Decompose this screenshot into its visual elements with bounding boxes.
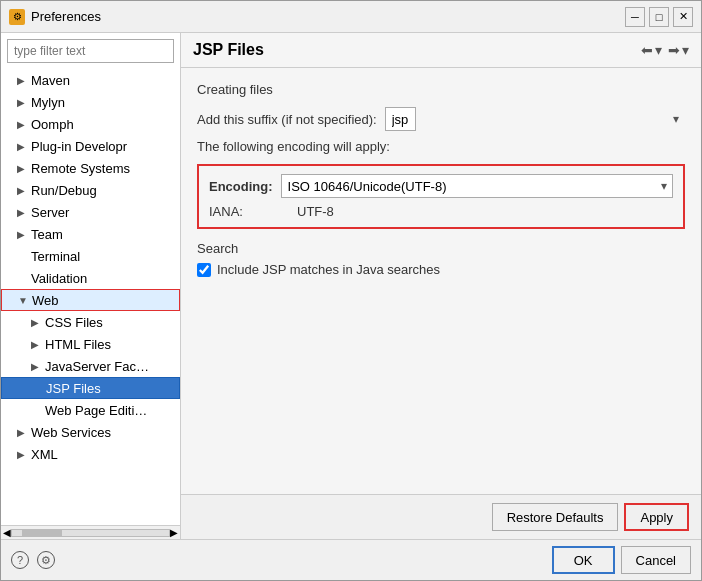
main-content: Creating files Add this suffix (if not s…	[181, 68, 701, 494]
sidebar-item-label: Remote Systems	[31, 161, 130, 176]
iana-value: UTF-8	[297, 204, 334, 219]
encoding-select[interactable]: ISO 10646/Unicode(UTF-8)	[281, 174, 673, 198]
sidebar-item-label: Validation	[31, 271, 87, 286]
window-icon: ⚙	[9, 9, 25, 25]
sidebar-item-xml[interactable]: ▶ XML	[1, 443, 180, 465]
preferences-window: ⚙ Preferences ─ □ ✕ ▶ Maven ▶ Mylyn	[0, 0, 702, 581]
main-header: JSP Files ⬅ ▾ ➡ ▾	[181, 33, 701, 68]
expand-icon: ▶	[17, 207, 31, 218]
content-area: ▶ Maven ▶ Mylyn ▶ Oomph ▶ Plug-in Develo…	[1, 33, 701, 539]
filter-input[interactable]	[7, 39, 174, 63]
sidebar-item-server[interactable]: ▶ Server	[1, 201, 180, 223]
sidebar-item-validation[interactable]: Validation	[1, 267, 180, 289]
main-panel: JSP Files ⬅ ▾ ➡ ▾ Creating files	[181, 33, 701, 539]
back-arrow-icon: ▾	[655, 42, 662, 58]
scroll-right-icon[interactable]: ▶	[170, 527, 178, 538]
sidebar-item-label: Run/Debug	[31, 183, 97, 198]
checkbox-label: Include JSP matches in Java searches	[217, 262, 440, 277]
help-icon[interactable]: ?	[11, 551, 29, 569]
suffix-row: Add this suffix (if not specified): jsp	[197, 107, 685, 131]
footer-buttons: Restore Defaults Apply	[181, 494, 701, 539]
sidebar-item-maven[interactable]: ▶ Maven	[1, 69, 180, 91]
sidebar-item-rundebug[interactable]: ▶ Run/Debug	[1, 179, 180, 201]
sidebar-item-label: CSS Files	[45, 315, 103, 330]
expand-icon: ▶	[17, 229, 31, 240]
encoding-section: Encoding: ISO 10646/Unicode(UTF-8) IANA:…	[197, 164, 685, 229]
sidebar-item-label: Mylyn	[31, 95, 65, 110]
sidebar-item-terminal[interactable]: Terminal	[1, 245, 180, 267]
expand-icon: ▶	[31, 317, 45, 328]
close-button[interactable]: ✕	[673, 7, 693, 27]
bottom-footer: ? ⚙ OK Cancel	[1, 539, 701, 580]
iana-label: IANA:	[209, 204, 289, 219]
expand-icon: ▶	[17, 427, 31, 438]
sidebar-scrollbar[interactable]: ◀ ▶	[1, 525, 180, 539]
sidebar-item-oomph[interactable]: ▶ Oomph	[1, 113, 180, 135]
suffix-select[interactable]: jsp	[385, 107, 416, 131]
search-section: Search Include JSP matches in Java searc…	[197, 241, 685, 277]
forward-icon: ➡	[668, 42, 680, 58]
restore-defaults-button[interactable]: Restore Defaults	[492, 503, 619, 531]
expand-icon: ▶	[17, 119, 31, 130]
creating-files-label: Creating files	[197, 82, 685, 97]
sidebar-item-web-services[interactable]: ▶ Web Services	[1, 421, 180, 443]
cancel-button[interactable]: Cancel	[621, 546, 691, 574]
encoding-row: Encoding: ISO 10646/Unicode(UTF-8)	[209, 174, 673, 198]
title-bar-controls: ─ □ ✕	[625, 7, 693, 27]
forward-arrow-icon: ▾	[682, 42, 689, 58]
encoding-select-wrapper: ISO 10646/Unicode(UTF-8)	[281, 174, 673, 198]
expand-icon: ▶	[31, 339, 45, 350]
sidebar-item-html-files[interactable]: ▶ HTML Files	[1, 333, 180, 355]
title-bar-left: ⚙ Preferences	[9, 9, 101, 25]
sidebar-item-team[interactable]: ▶ Team	[1, 223, 180, 245]
sidebar-item-label: XML	[31, 447, 58, 462]
sidebar-item-label: Maven	[31, 73, 70, 88]
encoding-note: The following encoding will apply:	[197, 139, 685, 154]
sidebar-item-label: Oomph	[31, 117, 74, 132]
expand-icon: ▶	[17, 449, 31, 460]
tree-area: ▶ Maven ▶ Mylyn ▶ Oomph ▶ Plug-in Develo…	[1, 69, 180, 525]
window-title: Preferences	[31, 9, 101, 24]
back-nav-button[interactable]: ⬅ ▾	[641, 42, 662, 58]
suffix-label: Add this suffix (if not specified):	[197, 112, 377, 127]
forward-nav-button[interactable]: ➡ ▾	[668, 42, 689, 58]
sidebar-item-label: Web	[32, 293, 59, 308]
scroll-left-icon[interactable]: ◀	[3, 527, 11, 538]
sidebar: ▶ Maven ▶ Mylyn ▶ Oomph ▶ Plug-in Develo…	[1, 33, 181, 539]
expand-icon: ▶	[17, 97, 31, 108]
jsp-matches-checkbox[interactable]	[197, 263, 211, 277]
sidebar-item-plugin[interactable]: ▶ Plug-in Developr	[1, 135, 180, 157]
scroll-track[interactable]	[11, 529, 170, 537]
sidebar-item-label: JavaServer Fac…	[45, 359, 149, 374]
iana-row: IANA: UTF-8	[209, 204, 673, 219]
expand-icon: ▶	[17, 163, 31, 174]
sidebar-item-jsf[interactable]: ▶ JavaServer Fac…	[1, 355, 180, 377]
sidebar-item-label: Web Page Editi…	[45, 403, 147, 418]
expand-icon: ▼	[18, 295, 32, 306]
minimize-button[interactable]: ─	[625, 7, 645, 27]
sidebar-item-label: Plug-in Developr	[31, 139, 127, 154]
suffix-select-wrapper: jsp	[385, 107, 685, 131]
apply-button[interactable]: Apply	[624, 503, 689, 531]
settings-icon[interactable]: ⚙	[37, 551, 55, 569]
page-title: JSP Files	[193, 41, 264, 59]
scroll-thumb[interactable]	[22, 530, 62, 536]
sidebar-item-jsp-files[interactable]: JSP Files	[1, 377, 180, 399]
maximize-button[interactable]: □	[649, 7, 669, 27]
sidebar-item-web-page-editor[interactable]: Web Page Editi…	[1, 399, 180, 421]
sidebar-item-web[interactable]: ▼ Web	[1, 289, 180, 311]
checkbox-row: Include JSP matches in Java searches	[197, 262, 685, 277]
sidebar-item-remote[interactable]: ▶ Remote Systems	[1, 157, 180, 179]
sidebar-item-css-files[interactable]: ▶ CSS Files	[1, 311, 180, 333]
expand-icon: ▶	[17, 75, 31, 86]
expand-icon: ▶	[17, 141, 31, 152]
sidebar-item-mylyn[interactable]: ▶ Mylyn	[1, 91, 180, 113]
ok-button[interactable]: OK	[552, 546, 615, 574]
bottom-left-icons: ? ⚙	[11, 551, 55, 569]
header-icons: ⬅ ▾ ➡ ▾	[641, 42, 689, 58]
sidebar-item-label: HTML Files	[45, 337, 111, 352]
sidebar-item-label: Terminal	[31, 249, 80, 264]
sidebar-item-label: Web Services	[31, 425, 111, 440]
expand-icon: ▶	[31, 361, 45, 372]
title-bar: ⚙ Preferences ─ □ ✕	[1, 1, 701, 33]
